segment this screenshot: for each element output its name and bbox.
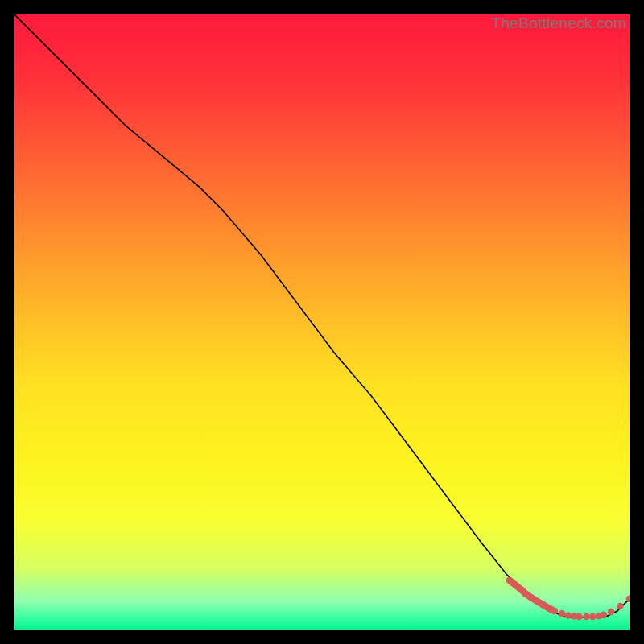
marker-dot [617,603,623,609]
marker-dot [564,612,571,618]
marker-dot [601,611,607,617]
marker-dot [506,577,513,584]
watermark-text: TheBottleneck.com [491,14,626,32]
marker-dot [576,613,582,620]
bottleneck-chart [14,14,630,630]
marker-dot [589,613,596,620]
marker-dot [528,594,535,601]
marker-dot [534,598,540,605]
marker-dot [540,601,547,608]
chart-frame: TheBottleneck.com [14,14,630,630]
marker-dot [522,590,528,597]
marker-dot [559,610,565,617]
marker-dot [608,609,614,615]
marker-dot [551,608,558,614]
marker-dot [583,613,589,620]
marker-dot [512,582,518,588]
